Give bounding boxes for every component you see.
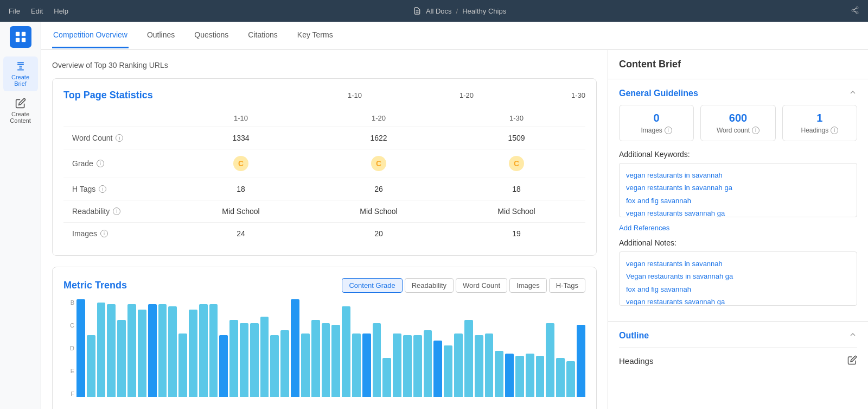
info-icon[interactable]: i xyxy=(116,134,123,142)
grade-badge: C xyxy=(371,156,386,171)
note-item: fox and fig savannah xyxy=(626,283,850,295)
svg-line-4 xyxy=(854,8,857,10)
bar xyxy=(87,335,95,397)
metric-value: 0 xyxy=(626,112,687,124)
outline-item: Headings xyxy=(619,347,857,374)
bar xyxy=(158,304,167,397)
menu-file[interactable]: File xyxy=(9,7,20,15)
svg-point-1 xyxy=(852,9,854,11)
edit-icon[interactable] xyxy=(847,355,857,367)
grade-badge: C xyxy=(233,156,248,171)
bar xyxy=(556,358,565,397)
notes-box[interactable]: vegan restaurants in savannahVegan resta… xyxy=(619,251,857,306)
menu-items: File Edit Help xyxy=(9,7,68,15)
metrics-row: 0 Images i 600 Word count i 1 Headings i xyxy=(619,105,857,141)
additional-notes: Additional Notes: vegan restaurants in s… xyxy=(619,238,857,306)
cell-value: 18 xyxy=(172,178,310,200)
table-row: H Tagsi182618 xyxy=(63,178,585,200)
right-panel: Content Brief General Guidelines 0 Image… xyxy=(608,50,868,409)
info-icon[interactable]: i xyxy=(97,160,104,167)
bar xyxy=(322,323,330,397)
col-1-10: 1-10 xyxy=(348,91,362,99)
bar xyxy=(270,335,279,397)
bar xyxy=(546,323,554,397)
trends-title: Metric Trends xyxy=(63,280,342,291)
breadcrumb-doc-name: Healthy Chips xyxy=(462,7,506,15)
bar xyxy=(280,330,289,397)
bar xyxy=(301,334,310,397)
bar xyxy=(107,304,116,397)
y-label: C xyxy=(63,322,74,329)
keywords-box[interactable]: vegan restaurants in savannahvegan resta… xyxy=(619,163,857,217)
grade-badge: C xyxy=(509,156,524,171)
bar xyxy=(76,299,85,397)
chart-area: BCDEF xyxy=(63,299,585,408)
y-label: F xyxy=(63,391,74,397)
svg-rect-6 xyxy=(15,38,19,42)
breadcrumb: All Docs / Healthy Chips xyxy=(81,7,838,15)
bar xyxy=(240,323,248,397)
bar xyxy=(536,356,545,397)
keyword-item: vegan restaurants savannah ga xyxy=(626,207,850,217)
additional-keywords: Additional Keywords: vegan restaurants i… xyxy=(619,150,857,217)
info-icon[interactable]: i xyxy=(113,207,120,215)
trend-tab[interactable]: Readability xyxy=(405,278,454,293)
cell-value: 1622 xyxy=(310,127,448,149)
cell-value: 18 xyxy=(448,178,585,200)
info-icon[interactable]: i xyxy=(100,230,108,237)
y-label: E xyxy=(63,368,74,374)
bar xyxy=(424,330,432,397)
keyword-item: vegan restaurants in savannah xyxy=(626,169,850,181)
trend-tab[interactable]: Images xyxy=(509,278,547,293)
overview-title: Overview of Top 30 Ranking URLs xyxy=(52,61,597,70)
tab-citations[interactable]: Citations xyxy=(247,23,278,48)
sidebar-create-content[interactable]: Create Content xyxy=(3,93,38,128)
add-references-btn[interactable]: Add References xyxy=(619,224,857,232)
right-panel-header: Content Brief xyxy=(608,50,868,79)
bar xyxy=(260,317,269,397)
info-icon[interactable]: i xyxy=(752,127,760,134)
info-icon[interactable]: i xyxy=(665,127,672,134)
info-icon[interactable]: i xyxy=(99,185,106,193)
chart-y-labels: BCDEF xyxy=(63,299,74,397)
collapse-guidelines-btn[interactable] xyxy=(848,88,857,98)
note-item: vegan restaurants in savannah xyxy=(626,257,850,270)
bar xyxy=(342,306,350,397)
bar xyxy=(138,310,146,397)
row-label: Word Count xyxy=(72,134,112,142)
bar xyxy=(526,354,534,397)
breadcrumb-all-docs[interactable]: All Docs xyxy=(426,7,452,15)
tab-questions[interactable]: Questions xyxy=(193,23,229,48)
trend-tab[interactable]: H-Tags xyxy=(549,278,585,293)
tab-competition-overview[interactable]: Competition Overview xyxy=(52,23,129,48)
stats-card: Top Page Statistics 1-10 1-20 1-30 1-10 xyxy=(52,78,597,256)
tab-key-terms[interactable]: Key Terms xyxy=(296,23,334,48)
trend-tab[interactable]: Content Grade xyxy=(342,278,402,293)
bar xyxy=(454,334,463,397)
collapse-outline-btn[interactable] xyxy=(848,330,857,341)
sidebar-create-brief[interactable]: Create Brief xyxy=(3,56,38,91)
bar xyxy=(311,320,320,397)
bar xyxy=(97,303,106,397)
metric-value: 1 xyxy=(789,112,850,124)
y-label: D xyxy=(63,345,74,351)
bar xyxy=(577,325,585,397)
svg-line-3 xyxy=(854,11,857,12)
tab-outlines[interactable]: Outlines xyxy=(146,23,176,48)
bar xyxy=(127,304,136,397)
svg-rect-8 xyxy=(21,38,25,42)
trend-tab[interactable]: Word Count xyxy=(456,278,507,293)
bar xyxy=(178,334,187,397)
info-icon[interactable]: i xyxy=(831,127,838,134)
bar xyxy=(189,310,197,397)
stats-table: 1-10 1-20 1-30 Word Counti133416221509Gr… xyxy=(63,110,585,244)
chart-bars xyxy=(76,299,585,397)
bar xyxy=(566,361,575,397)
guidelines-section: General Guidelines 0 Images i 600 Word c… xyxy=(608,79,868,322)
metric-label: Word count i xyxy=(707,127,768,134)
bar xyxy=(505,354,514,397)
menu-edit[interactable]: Edit xyxy=(31,7,43,15)
share-icon[interactable] xyxy=(851,6,859,16)
bar xyxy=(199,304,208,397)
menu-help[interactable]: Help xyxy=(54,7,68,15)
